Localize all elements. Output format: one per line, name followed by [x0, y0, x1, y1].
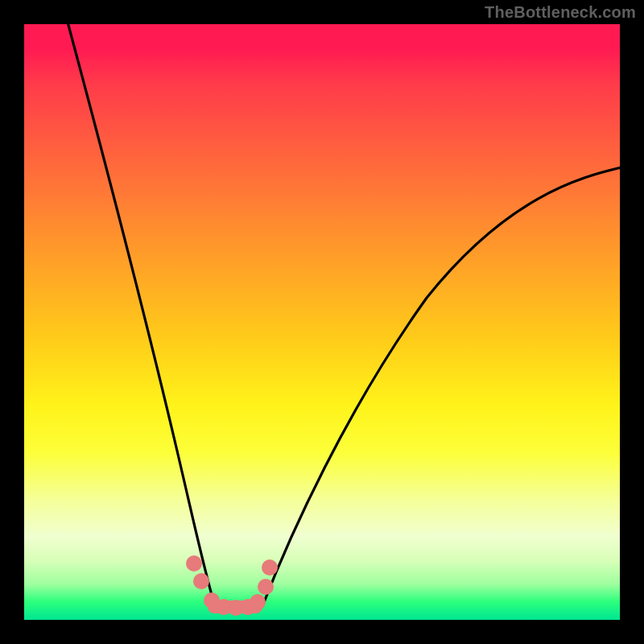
svg-point-8	[262, 559, 278, 576]
svg-rect-9	[208, 601, 262, 613]
watermark-text: TheBottleneck.com	[485, 3, 636, 22]
curve-right	[262, 167, 620, 606]
svg-point-1	[193, 573, 209, 589]
svg-point-0	[186, 555, 202, 572]
curve-left	[66, 24, 215, 606]
curves-layer	[24, 24, 620, 620]
bottom-marker-band	[186, 555, 278, 616]
plot-area	[24, 24, 620, 620]
chart-frame: TheBottleneck.com	[0, 0, 644, 644]
svg-point-7	[258, 579, 274, 595]
